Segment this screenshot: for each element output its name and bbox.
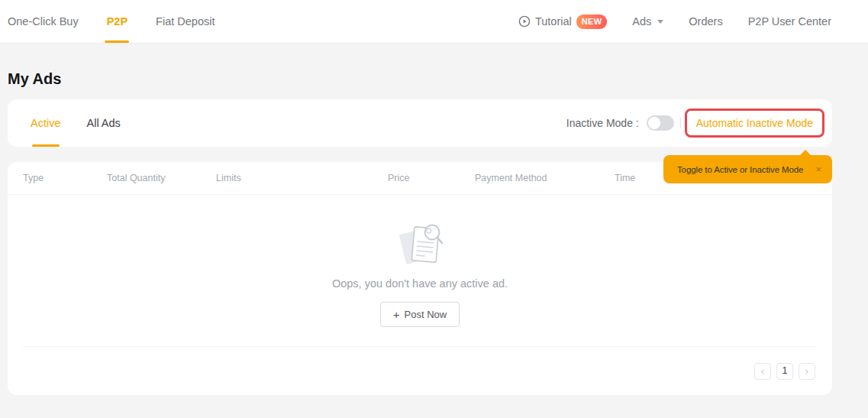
empty-state: Oops, you don't have any active ad. + Po… <box>8 195 832 327</box>
tab-active-label: Active <box>31 117 61 129</box>
red-highlight-annotation: Automatic Inactive Mode <box>685 109 824 138</box>
new-badge: NEW <box>576 15 608 29</box>
column-header-type: Type <box>23 173 107 183</box>
nav-item-label: Fiat Deposit <box>156 15 215 28</box>
p2p-user-center-link[interactable]: P2P User Center <box>748 15 831 28</box>
inactive-mode-toggle[interactable] <box>647 115 674 131</box>
plus-icon: + <box>393 309 400 320</box>
nav-item-one-click-buy[interactable]: One-Click Buy <box>8 0 79 43</box>
ads-table-card: Type Total Quantity Limits Price Payment… <box>8 162 832 395</box>
nav-left-group: One-Click Buy P2P Fiat Deposit <box>8 0 243 43</box>
tooltip-text: Toggle to Active or Inactive Mode <box>677 165 803 174</box>
post-now-label: Post Now <box>405 309 447 320</box>
automatic-inactive-mode-link[interactable]: Automatic Inactive Mode <box>696 117 813 129</box>
pagination-prev-button[interactable]: ‹ <box>754 363 771 380</box>
pagination: ‹ 1 › <box>23 346 815 395</box>
toggle-mode-tooltip: Toggle to Active or Inactive Mode × <box>663 155 832 183</box>
tab-all-ads-label: All Ads <box>87 117 121 129</box>
inactive-mode-label: Inactive Mode : <box>566 117 639 129</box>
pagination-next-button[interactable]: › <box>799 363 815 380</box>
inactive-mode-control: Inactive Mode : Automatic Inactive Mode <box>566 109 824 138</box>
vertical-divider <box>680 118 681 128</box>
tab-bar-card: Active All Ads Inactive Mode : Automatic… <box>8 99 832 147</box>
page-title: My Ads <box>8 70 832 88</box>
tutorial-label: Tutorial <box>535 15 572 28</box>
orders-link[interactable]: Orders <box>689 15 722 28</box>
column-header-price: Price <box>388 173 475 183</box>
nav-item-label: P2P <box>107 15 127 28</box>
column-header-total-quantity: Total Quantity <box>107 173 216 183</box>
tab-all-ads[interactable]: All Ads <box>87 99 121 147</box>
play-circle-icon <box>518 15 531 28</box>
orders-label: Orders <box>689 15 722 28</box>
tutorial-link[interactable]: Tutorial NEW <box>518 15 607 29</box>
tooltip-close-icon[interactable]: × <box>815 164 821 174</box>
p2p-user-center-label: P2P User Center <box>748 15 831 28</box>
nav-item-fiat-deposit[interactable]: Fiat Deposit <box>156 0 215 43</box>
ads-menu[interactable]: Ads <box>632 15 663 28</box>
nav-right-group: Tutorial NEW Ads Orders P2P User Center <box>518 0 831 43</box>
empty-state-message: Oops, you don't have any active ad. <box>8 277 832 290</box>
top-navigation: One-Click Buy P2P Fiat Deposit Tutorial … <box>0 0 868 44</box>
ads-tabs: Active All Ads <box>31 99 121 147</box>
post-now-button[interactable]: + Post Now <box>380 302 460 327</box>
nav-item-label: One-Click Buy <box>8 15 79 28</box>
column-header-limits: Limits <box>216 173 388 183</box>
toggle-knob <box>648 117 660 129</box>
column-header-payment-method: Payment Method <box>475 173 615 183</box>
main-content: My Ads Active All Ads Inactive Mode : Au… <box>8 70 832 395</box>
no-ads-document-search-icon <box>394 222 446 270</box>
nav-item-p2p[interactable]: P2P <box>107 0 127 43</box>
tab-active[interactable]: Active <box>31 99 61 147</box>
ads-menu-label: Ads <box>632 15 651 28</box>
pagination-page-1-button[interactable]: 1 <box>776 363 793 380</box>
chevron-down-icon <box>657 20 663 24</box>
